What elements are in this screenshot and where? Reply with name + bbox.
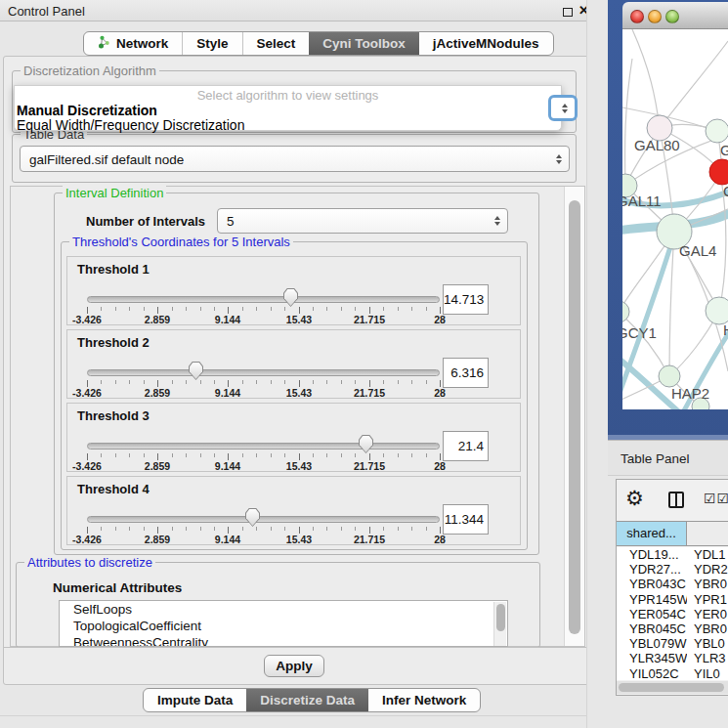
threshold-2-row: Threshold 2 -3.426 2.859 9.144 15.43 21.… [66, 329, 521, 399]
network-node-label: GCY1 [622, 324, 657, 341]
threshold-4-row: Threshold 4 -3.426 2.859 9.144 15.43 21.… [66, 476, 521, 545]
tab-jactivemnodules[interactable]: jActiveMNodules [419, 32, 553, 55]
threshold-1-row: Threshold 1 -3.426 2.859 9.144 15.43 21.… [66, 256, 521, 325]
group-title: Attributes to discretize [24, 555, 155, 570]
network-nodes [622, 115, 728, 409]
threshold-3-row: Threshold 3 -3.426 2.859 9.144 15.43 21.… [66, 403, 521, 472]
slider-ticks-major [87, 380, 441, 387]
minimize-window-icon[interactable] [648, 10, 662, 23]
close-window-icon[interactable] [630, 10, 644, 23]
attributes-list: SelfLoops TopologicalCoefficient Between… [59, 600, 508, 647]
slider-ticks-major [87, 527, 441, 534]
table-header-row: shared... na [617, 521, 728, 546]
network-node-label: GAL4 [679, 242, 716, 259]
table-body: YDL19...YDL1 YDR27...YDR2 YBR043CYBR0 YP… [617, 547, 728, 680]
control-panel-titlebar: Control Panel ✕ [0, 0, 606, 21]
combo-spinner-icon [494, 216, 500, 226]
algorithm-combobox-focused[interactable] [548, 95, 578, 121]
table-panel: ⚙ ☑☑ shared... na YDL19...YDL1 YDR27...Y… [616, 479, 728, 696]
apply-button[interactable]: Apply [264, 655, 324, 677]
list-scrollbar[interactable] [493, 602, 506, 647]
network-tab-icon [98, 35, 110, 52]
gear-icon[interactable]: ⚙ [625, 487, 644, 510]
tab-select[interactable]: Select [242, 32, 310, 55]
network-node[interactable] [706, 119, 728, 143]
tab-network[interactable]: Network [84, 32, 182, 55]
table-row[interactable]: YBR043CYBR0 [617, 577, 728, 591]
network-window-titlebar[interactable] [622, 2, 728, 29]
column-header-name[interactable]: na [687, 522, 728, 545]
network-node-label: HAP2 [671, 385, 709, 402]
threshold-value-field[interactable]: 11.344 [443, 504, 489, 535]
threshold-value-field[interactable]: 6.316 [443, 358, 489, 388]
list-item[interactable]: BetweennessCentrality [60, 634, 507, 647]
list-item[interactable]: SelfLoops [60, 601, 507, 618]
group-title: Threshold's Coordinates for 5 Intervals [69, 235, 293, 249]
float-panel-icon[interactable] [563, 8, 573, 17]
table-row[interactable]: YPR145WYPR1 [617, 592, 728, 607]
table-row[interactable]: YDR27...YDR2 [617, 562, 728, 577]
threshold-slider-thumb[interactable] [359, 435, 373, 453]
threshold-value-field[interactable]: 14.713 [443, 284, 489, 315]
list-item[interactable]: TopologicalCoefficient [60, 618, 507, 634]
dropdown-option-equal-width[interactable]: Equal Width/Frequency Discretization [17, 117, 244, 133]
slider-ticks-major [87, 307, 441, 314]
network-node-label: GAL11 [622, 193, 662, 209]
number-of-intervals-combobox[interactable]: 5 [217, 208, 508, 234]
scrollbar-thumb[interactable] [496, 604, 505, 631]
slider-ticks-major [87, 453, 441, 460]
scrollbar-thumb[interactable] [619, 683, 724, 692]
table-row[interactable]: YLR345WYLR3 [617, 651, 728, 665]
threshold-slider-thumb[interactable] [283, 288, 298, 307]
table-toolbar: ⚙ ☑☑ [617, 480, 728, 521]
table-row[interactable]: YER054CYER0 [617, 607, 728, 621]
panel-splitter[interactable] [586, 0, 608, 728]
network-node[interactable] [622, 301, 629, 322]
threshold-slider-track[interactable] [87, 369, 440, 376]
scrollbar-thumb[interactable] [569, 200, 580, 634]
network-node-label: H [723, 321, 728, 338]
tab-infer-network[interactable]: Infer Network [368, 689, 480, 711]
divider [3, 647, 601, 648]
numerical-attributes-label: Numerical Attributes [53, 580, 182, 595]
network-canvas[interactable]: GAL80 G. C GAL11 GAL4 GCY1 H HAP2 [622, 29, 728, 409]
zoom-window-icon[interactable] [665, 10, 679, 23]
tab-discretize-data[interactable]: Discretize Data [246, 689, 368, 711]
network-node-label: G. [720, 142, 728, 158]
algorithm-dropdown-popup: Select algorithm to view settings Manual… [14, 85, 562, 131]
threshold-slider-track[interactable] [87, 296, 440, 303]
table-panel-titlebar: Table Panel [608, 440, 728, 476]
panel-divider [0, 715, 604, 716]
network-graph: GAL80 G. C GAL11 GAL4 GCY1 H HAP2 [622, 29, 728, 409]
threshold-slider-thumb[interactable] [245, 508, 260, 527]
threshold-slider-track[interactable] [87, 443, 440, 450]
panel-scrollbar[interactable] [564, 187, 584, 646]
threshold-slider-thumb[interactable] [189, 362, 203, 380]
table-data-combobox[interactable]: galFiltered.sif default node [20, 146, 570, 172]
table-horizontal-scrollbar[interactable] [617, 681, 728, 694]
table-row[interactable]: YIL052CYIL0 [617, 666, 728, 681]
network-node[interactable] [706, 297, 728, 324]
network-node-label: C [723, 183, 728, 199]
tab-cyni-toolbox[interactable]: Cyni Toolbox [309, 32, 419, 55]
group-title: Discretization Algorithm [21, 64, 159, 78]
cyni-mode-tabs: Impute Data Discretize Data Infer Networ… [143, 688, 481, 712]
table-row[interactable]: YBR045CYBR0 [617, 621, 728, 636]
control-panel-tabs: Network Style Select Cyni Toolbox jActiv… [83, 31, 554, 56]
checkbox-icons[interactable]: ☑☑ [704, 491, 728, 506]
tab-impute-data[interactable]: Impute Data [144, 689, 246, 711]
column-header-shared-name[interactable]: shared... [617, 522, 687, 545]
number-of-intervals-label: Number of Intervals [86, 214, 205, 229]
panel-title: Control Panel [8, 4, 85, 19]
dropdown-option-manual[interactable]: Manual Discretization [17, 103, 157, 118]
split-view-icon[interactable] [668, 492, 684, 508]
combo-spinner-icon [556, 154, 562, 164]
table-row[interactable]: YDL19...YDL1 [617, 547, 728, 562]
tab-style[interactable]: Style [182, 32, 241, 55]
network-node-label: GAL80 [634, 137, 680, 153]
table-panel-title: Table Panel [621, 451, 690, 466]
threshold-slider-track[interactable] [87, 516, 440, 523]
table-row[interactable]: YBL079WYBL0 [617, 636, 728, 651]
threshold-value-field[interactable]: 21.4 [443, 431, 489, 461]
network-node[interactable] [659, 365, 680, 387]
